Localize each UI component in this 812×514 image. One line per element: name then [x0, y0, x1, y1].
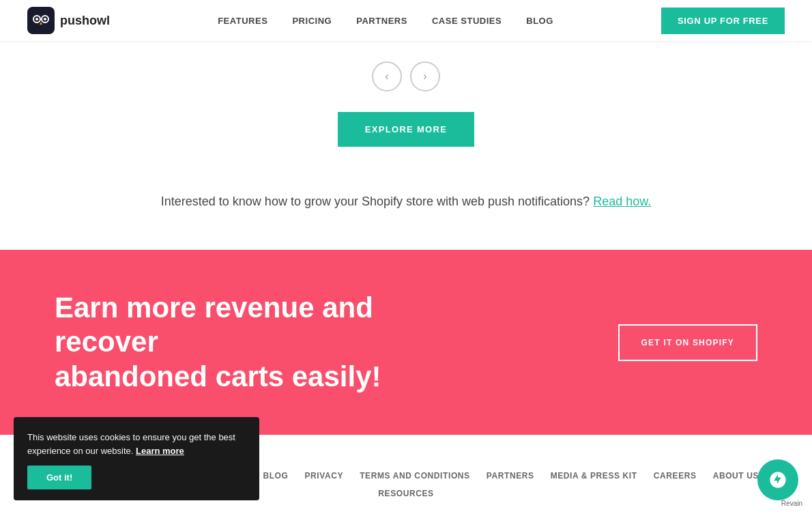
- footer-media[interactable]: MEDIA & PRESS KIT: [551, 471, 637, 481]
- cta-text: Earn more revenue and recover abandoned …: [55, 291, 464, 394]
- nav-blog[interactable]: BLOG: [526, 16, 553, 26]
- footer-resources[interactable]: RESOURCES: [378, 489, 433, 498]
- nav-pricing[interactable]: PRICING: [292, 16, 332, 26]
- cookie-text: This website uses cookies to ensure you …: [27, 431, 246, 457]
- read-how-link[interactable]: Read how.: [593, 195, 651, 208]
- signup-button[interactable]: SIGN UP FOR FREE: [661, 8, 785, 34]
- navbar: pushowl FEATURES PRICING PARTNERS CASE S…: [0, 0, 812, 41]
- get-shopify-button[interactable]: GET IT ON SHOPIFY: [618, 324, 757, 361]
- explore-section: EXPLORE MORE: [0, 105, 812, 174]
- nav-case-studies[interactable]: CASE STUDIES: [432, 16, 502, 26]
- svg-point-3: [35, 18, 38, 20]
- cta-line2: abandoned carts easily!: [55, 360, 381, 392]
- footer-careers[interactable]: CAREERS: [654, 471, 697, 481]
- got-it-button[interactable]: Got it!: [27, 466, 91, 489]
- revain-icon: [768, 470, 787, 489]
- footer-terms[interactable]: TERMS AND CONDITIONS: [360, 471, 470, 481]
- revain-widget[interactable]: [757, 459, 798, 500]
- interest-section: Interested to know how to grow your Shop…: [0, 174, 812, 250]
- revain-label: Revain: [781, 500, 802, 507]
- carousel-prev-button[interactable]: ‹: [372, 61, 402, 91]
- cookie-banner: This website uses cookies to ensure you …: [14, 417, 259, 500]
- pushowl-logo-icon: [27, 7, 55, 34]
- footer-partners[interactable]: PARTNERS: [487, 471, 534, 481]
- cta-line1: Earn more revenue and recover: [55, 291, 373, 358]
- footer-blog[interactable]: BLOG: [263, 471, 288, 481]
- nav-partners[interactable]: PARTNERS: [356, 16, 407, 26]
- logo[interactable]: pushowl: [27, 7, 110, 34]
- carousel-next-button[interactable]: ›: [410, 61, 440, 91]
- explore-more-button[interactable]: EXPLORE MORE: [338, 112, 474, 147]
- nav-links: FEATURES PRICING PARTNERS CASE STUDIES B…: [218, 14, 553, 27]
- interest-text: Interested to know how to grow your Shop…: [161, 195, 590, 208]
- learn-more-link[interactable]: Learn more: [136, 446, 184, 456]
- logo-text: pushowl: [60, 14, 110, 28]
- cta-banner: Earn more revenue and recover abandoned …: [0, 250, 812, 435]
- svg-point-4: [44, 18, 46, 20]
- carousel-controls: ‹ ›: [0, 55, 812, 105]
- svg-rect-0: [27, 7, 55, 34]
- footer-privacy[interactable]: PRIVACY: [304, 471, 343, 481]
- footer-about[interactable]: ABOUT US: [713, 471, 759, 481]
- nav-features[interactable]: FEATURES: [218, 16, 267, 26]
